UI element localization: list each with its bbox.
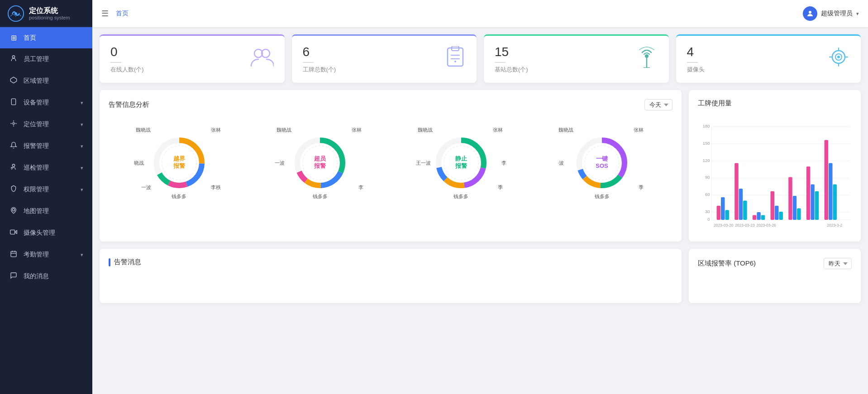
stat-card-badge: 6 工牌总数(个) bbox=[292, 34, 477, 83]
svg-rect-87 bbox=[761, 215, 765, 220]
chevron-down-icon: ▾ bbox=[81, 143, 83, 149]
badge-usage-title: 工牌使用量 bbox=[698, 99, 732, 108]
svg-text:报警: 报警 bbox=[455, 162, 467, 169]
chevron-down-icon: ▾ bbox=[81, 165, 83, 171]
svg-text:超员: 超员 bbox=[314, 155, 326, 162]
svg-rect-93 bbox=[797, 209, 801, 220]
svg-rect-97 bbox=[825, 140, 829, 220]
svg-text:2023-03-26: 2023-03-26 bbox=[756, 223, 776, 228]
user-dropdown-button[interactable]: ▾ bbox=[856, 11, 859, 17]
alert-analysis-card: 告警信息分析 今天 昨天 本周 本月 张林 魏晓战 晓战 一波 bbox=[100, 90, 682, 242]
donut-name-yibo-2: 一波 bbox=[275, 160, 285, 166]
sidebar-item-label: 报警管理 bbox=[24, 142, 49, 150]
svg-rect-91 bbox=[788, 177, 792, 220]
sidebar-item-region[interactable]: 区域管理 bbox=[0, 70, 92, 92]
sidebar-item-permission[interactable]: 权限管理 ▾ bbox=[0, 179, 92, 200]
svg-point-1 bbox=[14, 12, 17, 15]
sidebar-item-message[interactable]: 我的消息 bbox=[0, 266, 92, 287]
svg-text:一键: 一键 bbox=[596, 155, 608, 162]
region-filter-select[interactable]: 今天 昨天 本周 本月 bbox=[824, 258, 852, 269]
svg-rect-81 bbox=[725, 210, 729, 220]
donut-name-qian-4: 钱多多 bbox=[595, 193, 610, 200]
sidebar-item-employee[interactable]: 员工管理 bbox=[0, 48, 92, 70]
sidebar-item-label: 区域管理 bbox=[24, 77, 49, 85]
svg-rect-10 bbox=[11, 252, 16, 257]
donut-name-li-1: 李秩 bbox=[211, 184, 221, 191]
header-right: 超级管理员 ▾ bbox=[803, 6, 859, 21]
user-name: 超级管理员 bbox=[821, 9, 853, 18]
menu-toggle-button[interactable]: ☰ bbox=[101, 9, 109, 19]
sidebar-item-label: 员工管理 bbox=[24, 55, 49, 63]
user-avatar bbox=[803, 6, 817, 21]
donut-name-zhanglin-3: 张林 bbox=[493, 127, 503, 133]
donut-name-zhanglin-1: 张林 bbox=[211, 127, 221, 133]
sidebar-item-attendance[interactable]: 考勤管理 ▾ bbox=[0, 244, 92, 266]
base-station-icon bbox=[635, 46, 658, 72]
alert-icon bbox=[9, 142, 18, 151]
svg-rect-98 bbox=[829, 163, 833, 220]
svg-text:SOS: SOS bbox=[596, 162, 609, 169]
svg-rect-83 bbox=[739, 189, 743, 220]
donut-name-wangyibo-3: 王一波 bbox=[416, 160, 431, 166]
donut-name-li-2: 李 bbox=[358, 184, 363, 191]
employee-icon bbox=[9, 55, 18, 64]
permission-icon bbox=[9, 185, 18, 194]
donut-chaoyuan: 张林 魏晓战 一波 钱多多 李 超员 报警 bbox=[275, 122, 365, 204]
svg-rect-9 bbox=[10, 230, 15, 234]
stat-divider bbox=[110, 62, 121, 63]
donut-name-wei-3: 魏晓战 bbox=[418, 127, 433, 133]
sidebar-item-positioning[interactable]: 定位管理 ▾ bbox=[0, 114, 92, 135]
region-alert-card: 区域报警率 (TOP6) 今天 昨天 本周 本月 bbox=[689, 249, 861, 303]
svg-rect-90 bbox=[779, 212, 783, 220]
donut-name-zhanglin-4: 张林 bbox=[634, 127, 644, 133]
svg-marker-3 bbox=[10, 77, 16, 83]
sidebar-item-home[interactable]: ⊞ 首页 bbox=[0, 27, 92, 48]
svg-rect-84 bbox=[743, 201, 747, 220]
svg-point-14 bbox=[809, 11, 811, 14]
alert-analysis-title: 告警信息分析 bbox=[109, 100, 149, 109]
donut-yuejie: 张林 魏晓战 晓战 一波 钱多多 李秩 bbox=[134, 122, 224, 204]
sidebar-item-label: 考勤管理 bbox=[24, 251, 49, 259]
sidebar-item-label: 定位管理 bbox=[24, 120, 49, 128]
svg-text:静止: 静止 bbox=[455, 155, 467, 162]
svg-text:0: 0 bbox=[707, 217, 710, 222]
positioning-icon bbox=[9, 120, 18, 129]
svg-point-27 bbox=[837, 56, 840, 58]
sidebar-item-device[interactable]: 设备管理 ▾ bbox=[0, 92, 92, 114]
stat-card-online: 0 在线人数(个) bbox=[100, 34, 285, 83]
sidebar: 定位系统 positioning system ⊞ 首页 员工管理 bbox=[0, 0, 92, 394]
svg-rect-89 bbox=[775, 206, 779, 220]
svg-point-6 bbox=[13, 123, 14, 124]
donut-name-li-3: 李 bbox=[501, 160, 506, 166]
sidebar-item-map[interactable]: 地图管理 bbox=[0, 200, 92, 222]
svg-text:越界: 越界 bbox=[173, 155, 186, 162]
donut-jingzhi: 张林 魏晓战 王一波 钱多多 李 季 静止 bbox=[416, 122, 506, 204]
device-icon bbox=[9, 98, 18, 107]
donut-svg-2: 超员 报警 bbox=[291, 133, 349, 192]
svg-text:120: 120 bbox=[703, 158, 710, 163]
sidebar-item-label: 权限管理 bbox=[24, 185, 49, 194]
alert-msg-card: 告警消息 bbox=[100, 249, 682, 303]
logo: 定位系统 positioning system bbox=[0, 0, 92, 27]
svg-rect-96 bbox=[815, 191, 819, 220]
online-people-icon bbox=[250, 47, 274, 71]
sidebar-item-patrol[interactable]: 巡检管理 ▾ bbox=[0, 157, 92, 179]
svg-rect-85 bbox=[753, 215, 757, 220]
alert-filter-select[interactable]: 今天 昨天 本周 本月 bbox=[644, 99, 672, 110]
donut-name-ji-4: 季 bbox=[639, 184, 644, 191]
stat-number-badge: 6 bbox=[303, 45, 336, 59]
svg-rect-95 bbox=[811, 185, 815, 220]
svg-text:报警: 报警 bbox=[173, 162, 186, 169]
alert-msg-header: 告警消息 bbox=[109, 258, 672, 266]
header: ☰ 首页 超级管理员 ▾ bbox=[92, 0, 868, 27]
stat-number-online: 0 bbox=[110, 45, 144, 59]
sidebar-item-camera[interactable]: 摄像头管理 bbox=[0, 222, 92, 244]
svg-text:报警: 报警 bbox=[314, 162, 326, 169]
sidebar-item-alert[interactable]: 报警管理 ▾ bbox=[0, 135, 92, 157]
logo-text: 定位系统 positioning system bbox=[29, 6, 70, 20]
home-icon: ⊞ bbox=[9, 33, 18, 42]
svg-text:180: 180 bbox=[703, 123, 710, 128]
logo-subtitle: positioning system bbox=[29, 15, 70, 20]
attendance-icon bbox=[9, 250, 18, 259]
svg-text:2023-03-23: 2023-03-23 bbox=[735, 223, 755, 228]
